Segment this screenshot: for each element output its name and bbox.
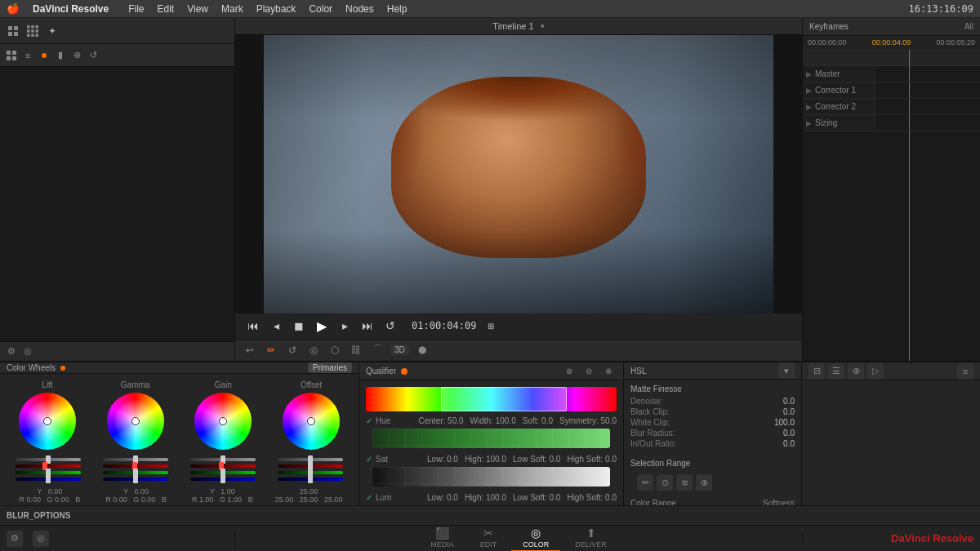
play-button[interactable]: ▶ xyxy=(314,318,330,334)
skip-to-start-button[interactable]: ⏮ xyxy=(245,318,261,334)
menu-mark[interactable]: Mark xyxy=(221,3,243,15)
polygon-icon[interactable]: ⬡ xyxy=(327,342,343,358)
lp-person-icon[interactable]: ◎ xyxy=(21,345,34,358)
lp-bar-icon[interactable]: ▮ xyxy=(54,49,67,62)
sat-low[interactable]: Low: 0.0 xyxy=(427,455,458,464)
lp-grid-icon[interactable] xyxy=(5,49,18,62)
white-clip-val[interactable]: 100.0 xyxy=(774,418,795,427)
denoise-val[interactable]: 0.0 xyxy=(783,397,795,406)
kf-btn-4[interactable]: ▷ xyxy=(867,363,884,380)
in-out-ratio-val[interactable]: 0.0 xyxy=(783,439,795,448)
lum-low-soft[interactable]: Low Soft: 0.0 xyxy=(513,493,560,502)
next-frame-button[interactable]: ▸ xyxy=(336,318,353,334)
hue-soft[interactable]: Soft: 0.0 xyxy=(523,416,553,425)
corrector2-expand-arrow[interactable]: ▶ xyxy=(806,103,812,111)
menu-view[interactable]: View xyxy=(187,3,208,15)
corrector1-expand-arrow[interactable]: ▶ xyxy=(806,87,812,95)
offset-color-wheel[interactable] xyxy=(283,393,340,450)
lp-refresh-icon[interactable]: ↺ xyxy=(87,49,100,62)
gamma-y-slider[interactable] xyxy=(103,458,168,461)
offset-g-slider[interactable] xyxy=(278,471,343,474)
offset-r-slider[interactable] xyxy=(278,464,343,468)
pen-icon[interactable]: ✏ xyxy=(263,342,279,358)
bucket-icon[interactable]: ⬢ xyxy=(414,342,430,358)
menu-file[interactable]: File xyxy=(128,3,144,15)
menu-help[interactable]: Help xyxy=(387,3,408,15)
menu-color[interactable]: Color xyxy=(309,3,332,15)
kf-btn-1[interactable]: ⊟ xyxy=(808,363,825,380)
lp-connect-icon[interactable]: ⊕ xyxy=(70,49,83,62)
hue-width[interactable]: Width: 100.0 xyxy=(470,416,516,425)
stop-button[interactable]: ◼ xyxy=(291,318,307,334)
sat-high[interactable]: High: 100.0 xyxy=(465,455,506,464)
blur-radius-val[interactable]: 0.0 xyxy=(783,429,795,438)
lift-r-slider[interactable] xyxy=(16,464,81,468)
gamma-g-slider[interactable] xyxy=(103,471,168,474)
timeline-dropdown-icon[interactable]: ▾ xyxy=(541,22,545,30)
menu-nodes[interactable]: Nodes xyxy=(345,3,374,15)
gain-y-slider[interactable] xyxy=(190,458,256,461)
hue-center[interactable]: Center: 50.0 xyxy=(419,416,464,425)
rotate-icon[interactable]: ↺ xyxy=(284,342,301,358)
hsl-btn-expand[interactable]: ▾ xyxy=(778,362,795,379)
lum-low[interactable]: Low: 0.0 xyxy=(427,493,458,502)
kf-settings-btn[interactable]: ≡ xyxy=(957,363,973,380)
lp-list-icon[interactable]: ≡ xyxy=(21,49,34,62)
settings-gear-icon[interactable]: ⚙ xyxy=(7,531,23,547)
settings-icon[interactable]: ✦ xyxy=(46,24,59,38)
loop-button[interactable]: ↺ xyxy=(382,318,399,334)
lum-high[interactable]: High: 100.0 xyxy=(465,493,506,502)
user-icon[interactable]: ◎ xyxy=(33,531,49,547)
kf-btn-3[interactable]: ⊕ xyxy=(848,363,864,380)
gain-b-slider[interactable] xyxy=(190,478,256,481)
master-expand-arrow[interactable]: ▶ xyxy=(806,70,812,78)
lum-gradient-bar[interactable] xyxy=(372,467,610,487)
gamma-color-wheel[interactable] xyxy=(107,393,164,450)
sel-range-btn-4[interactable]: ⊕ xyxy=(696,474,712,491)
skip-to-end-button[interactable]: ⏭ xyxy=(359,318,376,334)
hue-check-icon[interactable]: ✓ xyxy=(366,416,372,425)
tab-color[interactable]: ◎ COLOR xyxy=(511,525,560,551)
lift-y-slider[interactable] xyxy=(16,458,81,461)
sat-check-icon[interactable]: ✓ xyxy=(366,455,372,464)
hue-symmetry[interactable]: Symmetry: 50.0 xyxy=(559,416,617,425)
link-icon[interactable]: ⛓ xyxy=(348,342,364,358)
tab-deliver[interactable]: ⬆ DELIVER xyxy=(564,525,618,551)
q-icon-1[interactable]: ⊕ xyxy=(561,363,577,380)
sel-range-btn-1[interactable]: ✏ xyxy=(637,474,653,491)
undo-icon[interactable]: ↩ xyxy=(242,342,258,358)
prev-frame-button[interactable]: ◂ xyxy=(268,318,284,334)
3d-button[interactable]: 3D xyxy=(390,344,409,355)
circle-icon[interactable]: ◎ xyxy=(305,342,322,358)
menu-edit[interactable]: Edit xyxy=(158,3,175,15)
sizing-expand-arrow[interactable]: ▶ xyxy=(806,119,812,127)
sat-gradient-bar[interactable] xyxy=(372,429,610,448)
lift-b-slider[interactable] xyxy=(16,478,81,481)
kf-btn-2[interactable]: ☰ xyxy=(828,363,844,380)
sel-range-btn-3[interactable]: ≋ xyxy=(676,474,693,491)
menu-playback[interactable]: Playback xyxy=(256,3,296,15)
gain-r-slider[interactable] xyxy=(190,464,256,468)
gain-color-wheel[interactable] xyxy=(194,393,252,450)
lift-color-wheel[interactable] xyxy=(19,393,76,450)
lum-high-soft[interactable]: High Soft: 0.0 xyxy=(567,493,617,502)
offset-b-slider[interactable] xyxy=(278,478,343,481)
black-clip-val[interactable]: 0.0 xyxy=(783,407,795,416)
lift-g-slider[interactable] xyxy=(16,471,81,474)
hue-gradient-bar[interactable] xyxy=(366,387,617,411)
q-icon-3[interactable]: ⊗ xyxy=(600,363,617,380)
lp-settings-icon[interactable]: ⚙ xyxy=(5,345,18,358)
offset-y-slider[interactable] xyxy=(278,458,343,461)
grid-icon-small[interactable] xyxy=(7,24,20,38)
sat-high-soft[interactable]: High Soft: 0.0 xyxy=(567,455,617,464)
timecode-expand-icon[interactable]: ⊞ xyxy=(483,318,499,334)
tab-media[interactable]: ⬛ MEDIA xyxy=(419,525,466,551)
gain-g-slider[interactable] xyxy=(190,471,256,474)
tab-edit[interactable]: ✂ EDIT xyxy=(469,525,509,551)
grid-icon-large[interactable] xyxy=(26,24,39,38)
q-icon-2[interactable]: ⊖ xyxy=(581,363,597,380)
cw-mode-primaries[interactable]: Primaries xyxy=(308,362,352,373)
gamma-r-slider[interactable] xyxy=(103,464,168,468)
gamma-b-slider[interactable] xyxy=(103,478,168,481)
lum-check-icon[interactable]: ✓ xyxy=(366,493,372,502)
